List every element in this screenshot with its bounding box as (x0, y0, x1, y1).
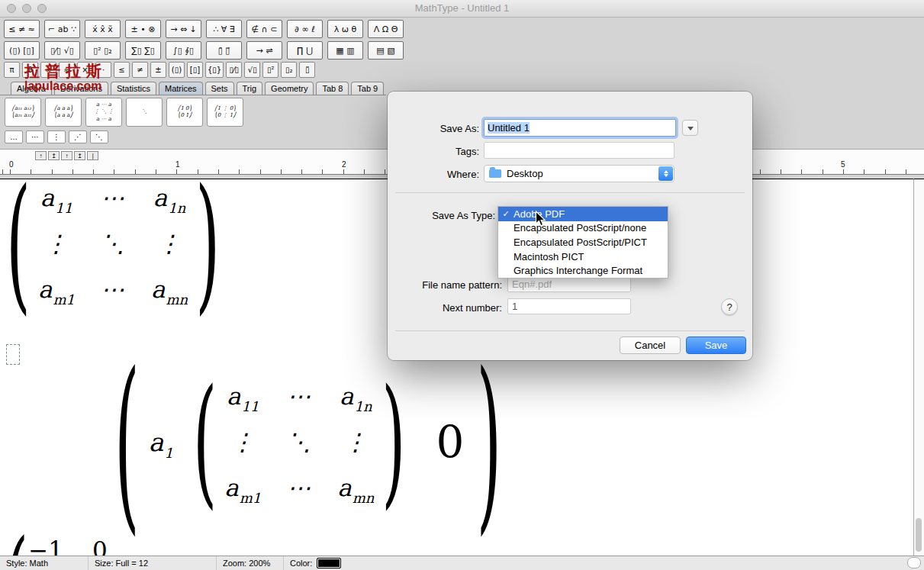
chevron-down-icon (664, 174, 668, 179)
palette-misc-symbols[interactable]: ∂ ∞ ℓ (287, 20, 323, 38)
tab-statistics[interactable]: Statistics (111, 82, 156, 95)
separator (395, 330, 745, 331)
small-button-pi[interactable]: π (4, 62, 20, 78)
palette-box-templates[interactable]: ▤ ▧ (368, 41, 404, 60)
tab-matrices[interactable]: Matrices (159, 82, 203, 95)
menu-item-eps-pict[interactable]: Encapsulated PostScript/PICT (498, 235, 668, 250)
a1-term: a1 (149, 427, 173, 457)
palette-summation-templates[interactable]: ∑▯ ∑▯ (125, 41, 161, 60)
palette-set-theory-symbols[interactable]: ∉ ∩ ⊂ (246, 20, 282, 38)
matrix-template-2x2[interactable]: ⎛a₁₁ a₁₂⎞ ⎝a₂₁ a₂₂⎠ (5, 98, 41, 127)
palette-greek-lowercase[interactable]: λ ω θ (327, 20, 363, 38)
dots-template-rising[interactable]: ⋰ (69, 130, 87, 143)
tags-input[interactable] (484, 142, 674, 159)
palette-product-set-templates[interactable]: ∏ ⋃ (287, 41, 323, 60)
equation-partial-matrix[interactable]: ( −1 0 (5, 524, 108, 556)
vertical-scrollbar[interactable] (913, 179, 924, 556)
empty-slot-box[interactable] (6, 344, 20, 365)
tabstop-right-button[interactable]: ↑ (61, 151, 72, 160)
dots-template-falling[interactable]: ⋱ (90, 130, 108, 143)
palette-arrow-symbols[interactable]: → ⇔ ↓ (166, 20, 201, 38)
palette-logic-symbols[interactable]: ∴ ∀ ∃ (206, 20, 242, 38)
outer-right-paren: ) (476, 347, 501, 536)
expand-disclosure-button[interactable] (682, 120, 698, 136)
matrix-template-3x3[interactable]: ⎛a a a⎞ ⎝a a a⎠ (45, 98, 82, 127)
outer-left-paren: ( (114, 347, 140, 536)
menu-item-eps-none[interactable]: Encapsulated PostScript/none (498, 221, 668, 236)
palette-matrix-templates[interactable]: ▦ ▥ (327, 41, 363, 60)
small-button-plusminus[interactable]: ± (150, 62, 166, 78)
ruler-mark: 1 (175, 160, 180, 169)
save-as-field[interactable]: Untitled 1 (484, 119, 676, 137)
tabstop-decimal-button[interactable]: ↥ (74, 151, 85, 160)
small-button-radical[interactable]: √▯ (244, 62, 260, 78)
tab-8[interactable]: Tab 8 (316, 82, 349, 95)
status-zoom[interactable]: Zoom: 200% (217, 556, 284, 570)
watermark-url: lapulace.com (24, 79, 101, 93)
dots-template-baseline[interactable]: … (5, 130, 23, 143)
left-paren: ( (5, 524, 28, 556)
save-button[interactable]: Save (686, 337, 746, 354)
tab-geometry[interactable]: Geometry (265, 82, 314, 95)
palette-fence-templates[interactable]: (▯) [▯] (4, 41, 40, 60)
matrix-template-identity-dots[interactable]: ⎛1 ⋮ 0⎞ ⎝0 ⋮ 1⎠ (207, 98, 243, 127)
dots-template-center[interactable]: ⋯ (26, 130, 44, 143)
help-button[interactable]: ? (721, 298, 738, 315)
palette-labeled-arrow-templates[interactable]: → ⇌ (246, 41, 282, 60)
palette-relational-symbols[interactable]: ≤ ≠ ≈ (4, 20, 40, 38)
small-button-braces[interactable]: {▯} (205, 62, 224, 78)
palette-embellishments[interactable]: x́ x̂ x̃ (85, 20, 121, 38)
chevron-up-icon (664, 168, 668, 173)
palette-operator-symbols[interactable]: ± • ⊗ (125, 20, 161, 38)
small-button-brackets[interactable]: [▯] (187, 62, 203, 78)
ruler-mark: 0 (9, 160, 14, 169)
small-button-subscript[interactable]: ▯₂ (281, 62, 297, 78)
inner-left-paren: ( (193, 372, 217, 512)
small-button-neq[interactable]: ≠ (132, 62, 148, 78)
save-as-label: Save As: (388, 123, 479, 134)
where-popup[interactable]: Desktop (484, 165, 674, 182)
status-color[interactable]: Color: (284, 556, 924, 570)
resize-grip[interactable] (907, 557, 921, 568)
tab-9[interactable]: Tab 9 (351, 82, 384, 95)
menu-item-gif[interactable]: Graphics Interchange Format (498, 263, 668, 278)
save-as-type-label: Save As Type: (388, 210, 495, 221)
status-style[interactable]: Style: Math (0, 556, 89, 570)
file-pattern-input[interactable] (507, 276, 631, 292)
small-button-superscript[interactable]: ▯² (262, 62, 278, 78)
small-button-fraction[interactable]: ▯⁄▯ (226, 62, 242, 78)
matrix-cell: ⋱ (287, 428, 311, 456)
palette-script-templates[interactable]: ▯² ▯₂ (85, 41, 121, 60)
tabstop-bar-button[interactable]: ∣ (87, 151, 98, 160)
palette-fraction-radical-templates[interactable]: ▯⁄▯ √▯ (44, 41, 80, 60)
save-dialog: Save As: Untitled 1 Tags: Where: Desktop… (388, 92, 752, 360)
tabstop-left-button[interactable]: ↑ (35, 151, 47, 160)
left-paren: ( (6, 179, 31, 317)
dots-template-vertical[interactable]: ⋮ (47, 130, 66, 143)
tabstop-center-button[interactable]: ↥ (48, 151, 60, 160)
color-swatch[interactable] (317, 558, 341, 568)
status-size[interactable]: Size: Full = 12 (89, 556, 217, 570)
tab-trig[interactable]: Trig (237, 82, 263, 95)
matrix-template-palette: ⎛a₁₁ a₁₂⎞ ⎝a₂₁ a₂₂⎠ ⎛a a a⎞ ⎝a a a⎠ a ⋯ … (5, 98, 243, 127)
menu-item-adobe-pdf[interactable]: ✓ Adobe PDF (498, 207, 668, 221)
matrix-template-identity-2x2[interactable]: ⎛1 0⎞ ⎝0 1⎠ (166, 98, 203, 127)
vertical-scrollbar-thumb[interactable] (916, 518, 922, 552)
title-bar: MathType - Untitled 1 (0, 0, 924, 18)
tab-sets[interactable]: Sets (205, 82, 234, 95)
palette-spaces-ellipses[interactable]: ⌐ ab ∵ (44, 20, 80, 38)
menu-item-macintosh-pict[interactable]: Macintosh PICT (498, 250, 668, 264)
palette-greek-uppercase[interactable]: Λ Ω Θ (368, 20, 404, 38)
small-button-accent[interactable]: ▯̈ (299, 62, 315, 78)
matrix-template-diagonal-dots[interactable]: ⋱ (126, 98, 163, 127)
matrix-template-dotted[interactable]: a ⋯ a ⋮ ⋱ ⋮ a ⋯ a (85, 98, 122, 127)
palette-integral-templates[interactable]: ∫▯ ∮▯ (166, 41, 201, 60)
next-number-input[interactable] (507, 298, 631, 314)
small-button-parens[interactable]: (▯) (169, 62, 185, 78)
equation-matrix[interactable]: ( a11 ⋯ a1n ⋮ ⋱ ⋮ am1 ⋯ amn ) (6, 184, 220, 303)
equation-nested-matrix[interactable]: ( a1 ( a11 ⋯ a1n ⋮ ⋱ ⋮ am1 ⋯ amn ) 0 ) (114, 382, 501, 501)
cancel-button[interactable]: Cancel (620, 337, 681, 354)
matrix-cell: amn (151, 275, 188, 303)
palette-bar-arrow-templates[interactable]: ▯̄ ▯⃗ (206, 41, 242, 60)
small-button-leq[interactable]: ≤ (114, 62, 130, 78)
